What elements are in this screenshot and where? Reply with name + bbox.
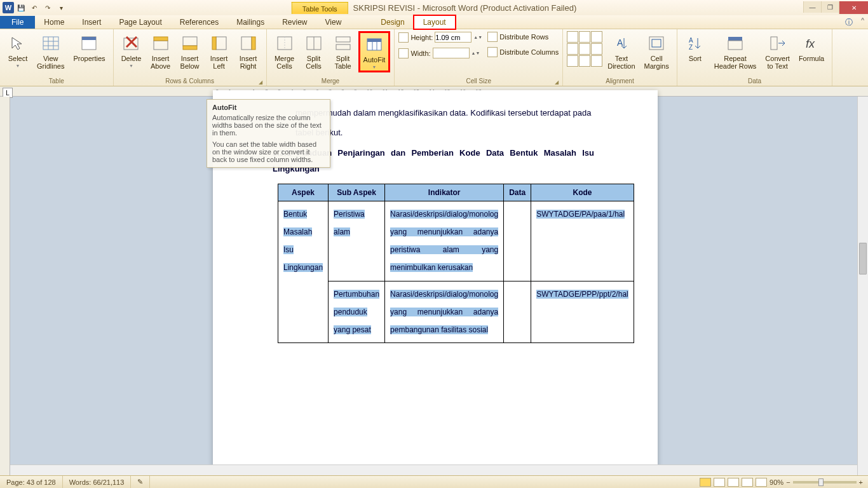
group-label-rows-columns: Rows & Columns◢ — [118, 78, 262, 86]
formula-button[interactable]: fxFormula — [795, 31, 828, 64]
launcher-icon[interactable]: ◢ — [555, 79, 559, 85]
qat-redo-icon[interactable]: ↷ — [41, 1, 54, 14]
group-label-cell-size: Cell Size◢ — [398, 78, 559, 86]
convert-to-text-button[interactable]: Convert to Text — [761, 31, 794, 72]
svg-text:fx: fx — [806, 37, 815, 50]
repeat-header-rows-button[interactable]: Repeat Header Rows — [710, 31, 761, 72]
svg-rect-15 — [212, 37, 216, 50]
group-label-alignment: Alignment — [567, 78, 673, 86]
contextual-tab-label: Table Tools — [292, 2, 348, 14]
distribute-columns-button[interactable]: Distribute Columns — [487, 46, 559, 58]
horizontal-scrollbar[interactable] — [10, 464, 857, 475]
table-row[interactable]: Bentuk Masalah Isu Lingkungan Peristiwa … — [278, 201, 634, 281]
launcher-icon[interactable]: ◢ — [259, 79, 262, 85]
view-gridlines-button[interactable]: View Gridlines — [33, 31, 68, 72]
status-words[interactable]: Words: 66/21,113 — [63, 476, 132, 488]
group-table: Select▼ View Gridlines Properties Table — [0, 29, 114, 86]
tab-references[interactable]: References — [171, 16, 227, 29]
zoom-slider[interactable] — [793, 481, 857, 484]
table-header[interactable]: Aspek — [278, 184, 329, 201]
cell-margins-button[interactable]: Cell Margins — [641, 31, 673, 72]
view-web-layout-icon[interactable] — [728, 478, 739, 487]
zoom-out-button[interactable]: − — [786, 478, 790, 486]
scrollbar-thumb[interactable] — [859, 243, 867, 274]
tab-insert[interactable]: Insert — [73, 16, 110, 29]
select-button[interactable]: Select▼ — [4, 31, 32, 70]
tooltip-body: Automatically resize the column widths b… — [212, 114, 325, 137]
svg-rect-22 — [336, 37, 350, 42]
svg-rect-23 — [336, 44, 350, 50]
sort-button[interactable]: AZSort — [681, 31, 709, 64]
table-header[interactable]: Data — [504, 184, 531, 201]
svg-rect-29 — [649, 37, 663, 50]
qat-customize-icon[interactable]: ▾ — [55, 1, 67, 14]
row-height-icon — [398, 32, 409, 43]
svg-rect-33 — [728, 37, 742, 41]
tab-design[interactable]: Design — [372, 16, 413, 29]
minimize-button[interactable]: — — [803, 1, 821, 13]
autofit-tooltip: AutoFit Automatically resize the column … — [207, 99, 330, 168]
delete-button[interactable]: Delete▼ — [118, 31, 146, 70]
svg-rect-35 — [771, 37, 777, 50]
distribute-columns-icon — [487, 47, 498, 57]
insert-right-button[interactable]: Insert Right — [234, 31, 262, 72]
table-header[interactable]: Kode — [531, 184, 634, 201]
alignment-grid[interactable] — [567, 31, 602, 67]
vertical-scrollbar[interactable] — [857, 97, 868, 475]
group-label-merge: Merge — [271, 78, 391, 86]
tab-view[interactable]: View — [316, 16, 351, 29]
view-full-screen-icon[interactable] — [714, 478, 725, 487]
qat-undo-icon[interactable]: ↶ — [28, 1, 41, 14]
status-page[interactable]: Page: 43 of 128 — [0, 476, 63, 488]
table-header[interactable]: Indikator — [385, 184, 504, 201]
svg-rect-13 — [183, 46, 197, 50]
split-cells-button[interactable]: Split Cells — [300, 31, 328, 72]
group-alignment: AText Direction Cell Margins Alignment — [563, 29, 677, 86]
height-input[interactable] — [435, 32, 471, 43]
text-direction-button[interactable]: AText Direction — [604, 31, 639, 72]
autofit-button[interactable]: AutoFit▼ — [358, 31, 391, 72]
tab-page-layout[interactable]: Page Layout — [110, 16, 170, 29]
width-spinner[interactable]: ▲▼ — [471, 51, 479, 55]
vertical-ruler[interactable] — [0, 97, 10, 475]
tab-file[interactable]: File — [0, 16, 35, 29]
properties-button[interactable]: Properties — [69, 31, 109, 64]
tab-home[interactable]: Home — [35, 16, 73, 29]
view-outline-icon[interactable] — [742, 478, 753, 487]
view-print-layout-icon[interactable] — [700, 478, 711, 487]
qat-save-icon[interactable]: 💾 — [15, 1, 27, 14]
merge-cells-button[interactable]: Merge Cells — [271, 31, 299, 72]
tooltip-body: You can set the table width based on the… — [212, 140, 325, 163]
help-icon[interactable]: ⓘ — [845, 17, 853, 28]
height-label: Height: — [410, 34, 433, 41]
body-text: tabel berikut. — [295, 125, 594, 141]
table-header[interactable]: Sub Aspek — [329, 184, 385, 201]
svg-rect-16 — [241, 37, 252, 50]
width-input[interactable] — [433, 48, 470, 58]
group-cell-size: Height:▲▼ Width:▲▼ Distribute Rows Distr… — [395, 29, 563, 86]
close-button[interactable]: ✕ — [839, 1, 868, 14]
tab-layout[interactable]: Layout — [414, 15, 456, 29]
svg-rect-17 — [252, 37, 255, 50]
table-row[interactable]: Pertumbuhan penduduk yang pesat Narasi/d… — [278, 281, 634, 343]
title-bar: W 💾 ↶ ↷ ▾ Table Tools SKRIPSI REVISI - M… — [0, 0, 868, 15]
group-rows-columns: Delete▼ Insert Above Insert Below Insert… — [114, 29, 267, 86]
split-table-button[interactable]: Split Table — [329, 31, 357, 72]
zoom-level[interactable]: 90% — [770, 478, 783, 486]
tab-mailings[interactable]: Mailings — [227, 16, 273, 29]
tab-review[interactable]: Review — [273, 16, 316, 29]
restore-button[interactable]: ❐ — [821, 1, 839, 13]
document-table[interactable]: Aspek Sub Aspek Indikator Data Kode Bent… — [278, 184, 634, 343]
insert-above-button[interactable]: Insert Above — [147, 31, 175, 72]
svg-text:A: A — [617, 37, 623, 48]
insert-below-button[interactable]: Insert Below — [176, 31, 204, 72]
distribute-rows-button[interactable]: Distribute Rows — [487, 31, 559, 43]
view-draft-icon[interactable] — [756, 478, 767, 487]
height-spinner[interactable]: ▲▼ — [473, 36, 481, 39]
svg-text:A: A — [689, 37, 693, 44]
zoom-in-button[interactable]: + — [859, 478, 863, 486]
svg-rect-12 — [183, 37, 197, 46]
status-proofing-icon[interactable]: ✎ — [131, 476, 150, 488]
ribbon-toggle-icon[interactable]: ^ — [861, 17, 864, 24]
insert-left-button[interactable]: Insert Left — [205, 31, 233, 72]
